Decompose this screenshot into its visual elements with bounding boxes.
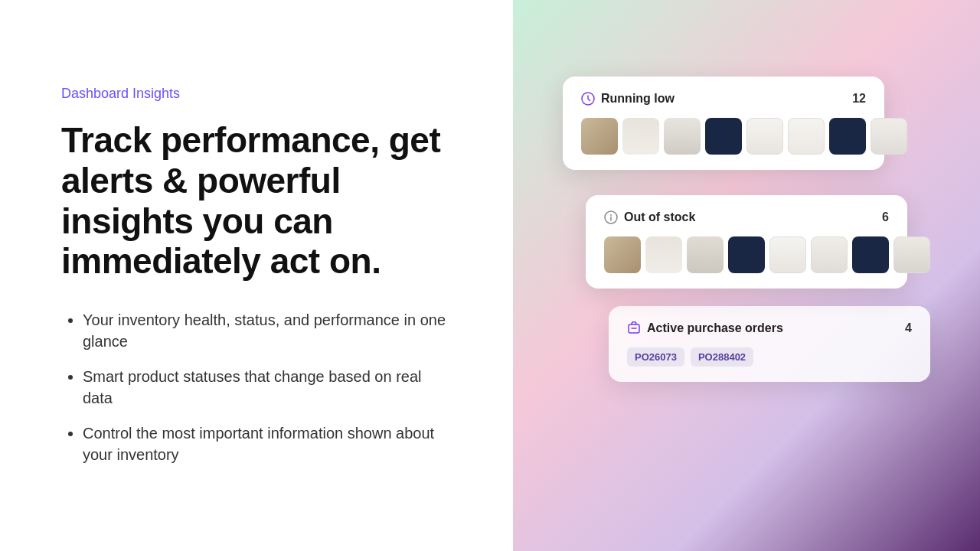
card-title-row: Active purchase orders bbox=[627, 321, 783, 335]
thumb-cushion-navy-2 bbox=[829, 118, 866, 155]
card-header: Out of stock 6 bbox=[604, 210, 889, 224]
list-item: Your inventory health, status, and perfo… bbox=[83, 309, 452, 352]
card-header: Active purchase orders 4 bbox=[627, 321, 912, 335]
out-of-stock-title: Out of stock bbox=[624, 210, 695, 224]
thumb-set bbox=[788, 118, 825, 155]
right-panel: Running low 12 bbox=[513, 0, 980, 551]
running-low-title: Running low bbox=[601, 92, 675, 106]
po-tag-1[interactable]: PO26073 bbox=[627, 347, 684, 367]
purchase-orders-count: 4 bbox=[905, 321, 912, 335]
thumb-sheet-2 bbox=[687, 236, 724, 273]
out-of-stock-thumbs bbox=[604, 236, 889, 273]
thumb-sofa bbox=[581, 118, 618, 155]
thumb-set-2 bbox=[871, 118, 907, 155]
svg-point-2 bbox=[610, 214, 612, 216]
out-of-stock-icon bbox=[604, 210, 618, 224]
card-title-row: Running low bbox=[581, 92, 675, 106]
thumb-set-4 bbox=[893, 236, 930, 273]
thumb-pillow bbox=[746, 118, 783, 155]
running-low-card[interactable]: Running low 12 bbox=[563, 77, 884, 170]
po-tags: PO26073 PO288402 bbox=[627, 347, 912, 367]
headline: Track performance, get alerts & powerful… bbox=[61, 120, 452, 282]
cards-container: Running low 12 bbox=[563, 77, 930, 474]
out-of-stock-count: 6 bbox=[882, 210, 889, 224]
running-low-thumbs bbox=[581, 118, 866, 155]
thumb-bed-2 bbox=[645, 236, 682, 273]
list-item: Control the most important information s… bbox=[83, 422, 452, 465]
out-of-stock-card[interactable]: Out of stock 6 bbox=[586, 195, 907, 289]
thumb-sofa-2 bbox=[604, 236, 641, 273]
card-title-row: Out of stock bbox=[604, 210, 695, 224]
thumb-cushion-4 bbox=[852, 236, 889, 273]
purchase-orders-title: Active purchase orders bbox=[647, 321, 783, 335]
feature-list: Your inventory health, status, and perfo… bbox=[61, 309, 452, 465]
thumb-set-3 bbox=[811, 236, 848, 273]
running-low-icon bbox=[581, 92, 595, 106]
po-tag-2[interactable]: PO288402 bbox=[691, 347, 753, 367]
purchase-orders-card[interactable]: Active purchase orders 4 PO26073 PO28840… bbox=[609, 306, 930, 382]
list-item: Smart product statuses that change based… bbox=[83, 366, 452, 409]
purchase-orders-icon bbox=[627, 321, 641, 335]
section-label: Dashboard Insights bbox=[61, 86, 452, 102]
thumb-sheet bbox=[664, 118, 701, 155]
card-header: Running low 12 bbox=[581, 92, 866, 106]
thumb-pillow-2 bbox=[769, 236, 806, 273]
thumb-bed bbox=[622, 118, 659, 155]
running-low-count: 12 bbox=[852, 92, 866, 106]
thumb-cushion-navy bbox=[705, 118, 742, 155]
left-panel: Dashboard Insights Track performance, ge… bbox=[0, 0, 513, 551]
thumb-cushion-3 bbox=[728, 236, 765, 273]
